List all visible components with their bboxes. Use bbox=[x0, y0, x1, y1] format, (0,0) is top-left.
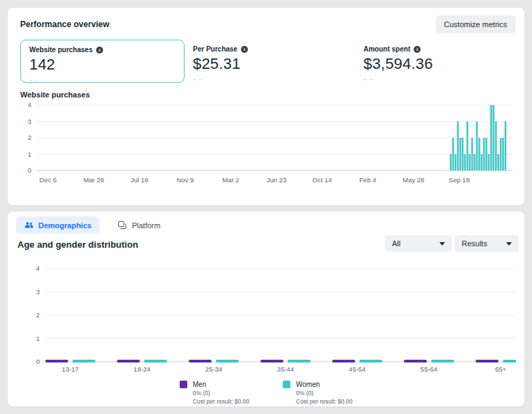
svg-text:4: 4 bbox=[36, 264, 40, 272]
svg-text:Mar 28: Mar 28 bbox=[84, 176, 104, 184]
age-gender-chart: 4321013-1718-2425-3435-4445-5455-6465+ bbox=[17, 262, 516, 379]
legend-share: 0% (0) bbox=[296, 389, 352, 397]
svg-text:Feb 4: Feb 4 bbox=[359, 176, 376, 184]
metric-label: Amount spent bbox=[363, 45, 410, 53]
chart-legend: Men 0% (0) Cost per result: $0.00 Women … bbox=[8, 380, 524, 406]
men-color-swatch bbox=[180, 381, 187, 388]
svg-text:1: 1 bbox=[36, 335, 40, 342]
people-icon bbox=[24, 221, 33, 230]
results-dropdown-value: Results bbox=[462, 239, 487, 248]
legend-cost-per-result: Cost per result: $0.00 bbox=[193, 397, 249, 406]
tab-platform-label: Platform bbox=[132, 221, 160, 230]
metric-card-per-purchase[interactable]: Per Purchase i $25.31 – – bbox=[193, 45, 248, 82]
women-color-swatch bbox=[283, 381, 290, 388]
breakdown-dropdown[interactable]: All bbox=[385, 235, 452, 252]
svg-text:0: 0 bbox=[28, 166, 31, 174]
demographics-card: Demographics Platform Age and gender dis… bbox=[7, 211, 525, 407]
legend-item-women: Women 0% (0) Cost per result: $0.00 bbox=[283, 380, 352, 406]
svg-text:2: 2 bbox=[36, 311, 40, 319]
performance-overview-title: Performance overview bbox=[20, 19, 109, 29]
customize-metrics-button[interactable]: Customize metrics bbox=[436, 15, 515, 33]
metric-trend-dash: – – bbox=[363, 76, 433, 82]
metric-trend-dash: – – bbox=[193, 76, 248, 82]
breakdown-tabs: Demographics Platform bbox=[16, 216, 169, 234]
svg-text:3: 3 bbox=[28, 118, 31, 125]
platform-icon bbox=[118, 221, 127, 230]
svg-text:25-34: 25-34 bbox=[205, 365, 222, 373]
legend-name: Men bbox=[193, 380, 249, 389]
svg-text:Nov 9: Nov 9 bbox=[176, 176, 194, 184]
age-gender-heading: Age and gender distribution bbox=[17, 239, 138, 250]
svg-text:May 28: May 28 bbox=[402, 176, 424, 184]
tab-platform[interactable]: Platform bbox=[109, 216, 169, 234]
breakdown-dropdown-value: All bbox=[392, 239, 400, 248]
tab-demographics[interactable]: Demographics bbox=[16, 216, 100, 234]
metric-value: $25.31 bbox=[193, 55, 248, 73]
svg-text:65+: 65+ bbox=[495, 365, 507, 373]
info-icon[interactable]: i bbox=[96, 47, 103, 54]
svg-text:Mar 2: Mar 2 bbox=[222, 176, 239, 184]
legend-cost-per-result: Cost per result: $0.00 bbox=[296, 397, 352, 406]
results-dropdown[interactable]: Results bbox=[455, 235, 519, 252]
svg-text:Jun 23: Jun 23 bbox=[267, 176, 287, 184]
caret-down-icon bbox=[506, 242, 512, 246]
svg-text:Dec 6: Dec 6 bbox=[40, 176, 57, 184]
svg-text:Sep 18: Sep 18 bbox=[448, 176, 469, 184]
metric-card-website-purchases[interactable]: Website purchases i 142 – – bbox=[20, 40, 185, 83]
svg-text:4: 4 bbox=[28, 101, 31, 109]
svg-text:1: 1 bbox=[28, 150, 31, 158]
tab-demographics-label: Demographics bbox=[38, 221, 91, 230]
metric-value: $3,594.36 bbox=[363, 55, 433, 73]
svg-text:Oct 14: Oct 14 bbox=[313, 176, 332, 184]
performance-overview-card: Performance overview Customize metrics W… bbox=[7, 7, 525, 206]
svg-text:0: 0 bbox=[36, 358, 40, 365]
svg-text:Jul 19: Jul 19 bbox=[131, 176, 148, 184]
svg-text:18-24: 18-24 bbox=[134, 365, 150, 373]
svg-text:45-54: 45-54 bbox=[349, 365, 366, 373]
svg-text:55-64: 55-64 bbox=[421, 365, 437, 373]
legend-name: Women bbox=[296, 380, 352, 389]
caret-down-icon bbox=[439, 242, 445, 246]
info-icon[interactable]: i bbox=[241, 46, 248, 53]
metric-label: Per Purchase bbox=[193, 45, 237, 53]
legend-item-men: Men 0% (0) Cost per result: $0.00 bbox=[180, 380, 249, 406]
info-icon[interactable]: i bbox=[414, 46, 421, 53]
metric-card-amount-spent[interactable]: Amount spent i $3,594.36 – – bbox=[363, 45, 433, 82]
svg-text:2: 2 bbox=[28, 134, 31, 141]
legend-share: 0% (0) bbox=[193, 389, 249, 397]
metric-value: 142 bbox=[29, 56, 175, 74]
svg-text:3: 3 bbox=[36, 288, 40, 296]
metric-trend-dash: – – bbox=[29, 77, 175, 83]
website-purchases-chart: 43210Dec 6Mar 28Jul 19Nov 9Mar 2Jun 23Oc… bbox=[20, 97, 516, 191]
svg-text:35-44: 35-44 bbox=[277, 365, 294, 373]
svg-text:13-17: 13-17 bbox=[62, 365, 79, 373]
metric-label: Website purchases bbox=[29, 46, 93, 54]
